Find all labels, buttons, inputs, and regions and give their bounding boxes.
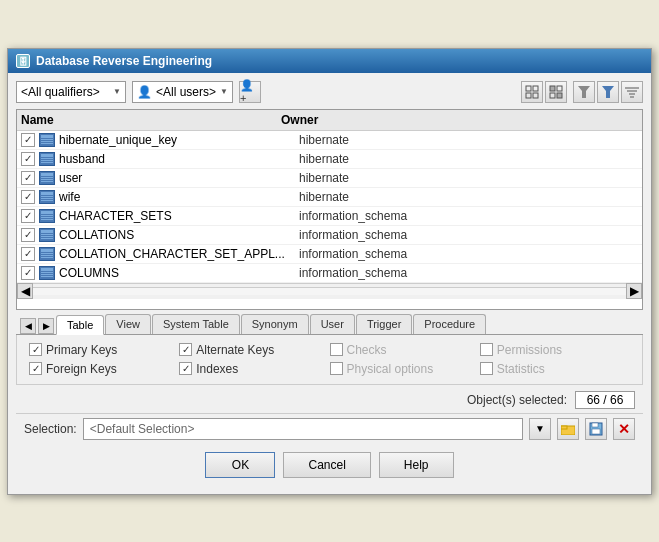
- scroll-left-button[interactable]: ◀: [17, 283, 33, 299]
- list-item[interactable]: user hibernate: [17, 169, 642, 188]
- selection-dropdown-arrow[interactable]: ▼: [529, 418, 551, 440]
- option-statistics[interactable]: Statistics: [480, 362, 630, 376]
- select-all-button[interactable]: [521, 81, 543, 103]
- window-content: <All qualifiers> ▼ 👤 <All users> ▼ 👤+: [8, 73, 651, 494]
- list-item[interactable]: COLUMNS information_schema: [17, 264, 642, 283]
- users-label: <All users>: [156, 85, 216, 99]
- list-item[interactable]: hibernate_unique_key hibernate: [17, 131, 642, 150]
- list-item[interactable]: husband hibernate: [17, 150, 642, 169]
- svg-rect-2: [526, 93, 531, 98]
- help-button[interactable]: Help: [379, 452, 454, 478]
- selection-delete-button[interactable]: ✕: [613, 418, 635, 440]
- row-owner: information_schema: [299, 247, 638, 261]
- tab-prev-button[interactable]: ◀: [20, 318, 36, 334]
- option-permissions[interactable]: Permissions: [480, 343, 630, 357]
- row-checkbox[interactable]: [21, 228, 35, 242]
- option-label: Physical options: [347, 362, 434, 376]
- filter-button-1[interactable]: [573, 81, 595, 103]
- list-item[interactable]: COLLATIONS information_schema: [17, 226, 642, 245]
- selection-save-button[interactable]: [585, 418, 607, 440]
- option-foreign-keys[interactable]: Foreign Keys: [29, 362, 179, 376]
- list-body[interactable]: hibernate_unique_key hibernate husband h…: [17, 131, 642, 309]
- tabs-container: TableViewSystem TableSynonymUserTriggerP…: [56, 314, 487, 334]
- option-alternate-keys[interactable]: Alternate Keys: [179, 343, 329, 357]
- option-primary-keys[interactable]: Primary Keys: [29, 343, 179, 357]
- svg-rect-5: [557, 86, 562, 91]
- option-checkbox[interactable]: [179, 343, 192, 356]
- filter-button-3[interactable]: [621, 81, 643, 103]
- tab-view[interactable]: View: [105, 314, 151, 334]
- row-name: CHARACTER_SETS: [59, 209, 299, 223]
- row-table-icon: [39, 171, 55, 185]
- row-name: COLLATIONS: [59, 228, 299, 242]
- users-dropdown[interactable]: 👤 <All users> ▼: [132, 81, 233, 103]
- selection-input[interactable]: <Default Selection>: [83, 418, 523, 440]
- option-checkbox: [480, 343, 493, 356]
- cancel-button[interactable]: Cancel: [283, 452, 370, 478]
- list-item[interactable]: CHARACTER_SETS information_schema: [17, 207, 642, 226]
- tab-procedure[interactable]: Procedure: [413, 314, 486, 334]
- tab-table[interactable]: Table: [56, 315, 104, 335]
- row-table-icon: [39, 247, 55, 261]
- tab-user[interactable]: User: [310, 314, 355, 334]
- tab-trigger[interactable]: Trigger: [356, 314, 412, 334]
- row-checkbox[interactable]: [21, 190, 35, 204]
- scroll-right-button[interactable]: ▶: [626, 283, 642, 299]
- option-checkbox[interactable]: [29, 343, 42, 356]
- filter-button-2[interactable]: [597, 81, 619, 103]
- row-checkbox[interactable]: [21, 133, 35, 147]
- deselect-button[interactable]: [545, 81, 567, 103]
- tab-system-table[interactable]: System Table: [152, 314, 240, 334]
- tab-strip: ◀ ▶ TableViewSystem TableSynonymUserTrig…: [16, 310, 643, 335]
- option-physical-options[interactable]: Physical options: [330, 362, 480, 376]
- qualifier-dropdown[interactable]: <All qualifiers> ▼: [16, 81, 126, 103]
- list-rows-container: hibernate_unique_key hibernate husband h…: [17, 131, 642, 283]
- row-checkbox[interactable]: [21, 209, 35, 223]
- row-owner: information_schema: [299, 209, 638, 223]
- row-checkbox[interactable]: [21, 266, 35, 280]
- options-panel: Primary Keys Alternate Keys Checks Permi…: [16, 335, 643, 385]
- status-label: Object(s) selected:: [467, 393, 567, 407]
- svg-rect-4: [550, 86, 555, 91]
- option-checks[interactable]: Checks: [330, 343, 480, 357]
- ok-button[interactable]: OK: [205, 452, 275, 478]
- svg-rect-17: [592, 423, 598, 427]
- row-name: COLUMNS: [59, 266, 299, 280]
- option-checkbox: [330, 362, 343, 375]
- main-window: 🗄 Database Reverse Engineering <All qual…: [7, 48, 652, 495]
- scroll-track[interactable]: [33, 287, 626, 295]
- option-checkbox[interactable]: [179, 362, 192, 375]
- select-all-icon: [525, 85, 539, 99]
- row-checkbox[interactable]: [21, 247, 35, 261]
- row-owner: hibernate: [299, 171, 638, 185]
- window-title: Database Reverse Engineering: [36, 54, 212, 68]
- option-checkbox[interactable]: [29, 362, 42, 375]
- row-owner: hibernate: [299, 133, 638, 147]
- svg-rect-6: [550, 93, 555, 98]
- col-name-header: Name: [21, 113, 281, 127]
- add-user-button[interactable]: 👤+: [239, 81, 261, 103]
- option-label: Statistics: [497, 362, 545, 376]
- row-table-icon: [39, 190, 55, 204]
- selection-row: Selection: <Default Selection> ▼ ✕: [16, 413, 643, 444]
- row-checkbox[interactable]: [21, 171, 35, 185]
- option-indexes[interactable]: Indexes: [179, 362, 329, 376]
- svg-marker-8: [578, 86, 590, 98]
- button-row: OK Cancel Help: [16, 444, 643, 486]
- tab-synonym[interactable]: Synonym: [241, 314, 309, 334]
- title-bar: 🗄 Database Reverse Engineering: [8, 49, 651, 73]
- option-label: Indexes: [196, 362, 238, 376]
- row-checkbox[interactable]: [21, 152, 35, 166]
- row-table-icon: [39, 152, 55, 166]
- row-owner: hibernate: [299, 152, 638, 166]
- selection-folder-button[interactable]: [557, 418, 579, 440]
- users-arrow: ▼: [220, 87, 228, 96]
- add-user-icon: 👤+: [240, 79, 260, 104]
- list-item[interactable]: wife hibernate: [17, 188, 642, 207]
- options-grid: Primary Keys Alternate Keys Checks Permi…: [29, 343, 630, 376]
- main-panel: Name Owner hibernate_unique_key hibernat…: [16, 109, 643, 310]
- horizontal-scrollbar[interactable]: ◀ ▶: [17, 283, 642, 299]
- tab-next-button[interactable]: ▶: [38, 318, 54, 334]
- svg-rect-7: [557, 93, 562, 98]
- list-item[interactable]: COLLATION_CHARACTER_SET_APPL... informat…: [17, 245, 642, 264]
